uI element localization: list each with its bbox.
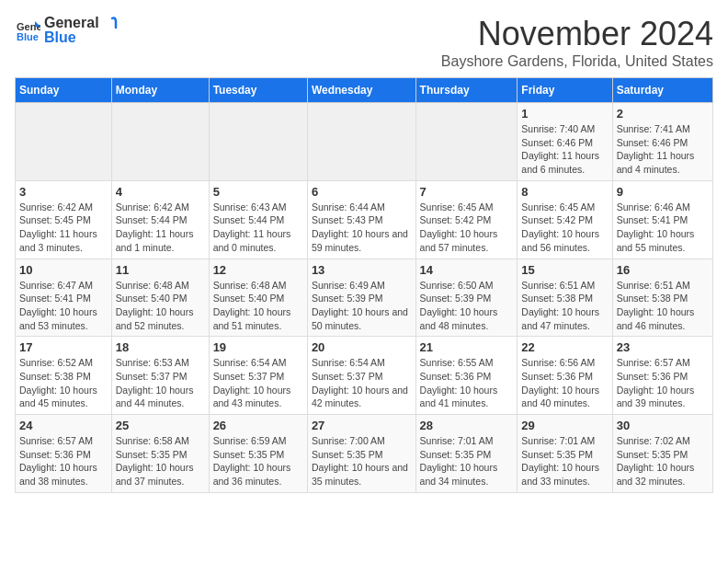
day-info: Sunrise: 6:58 AM Sunset: 5:35 PM Dayligh…: [116, 434, 205, 488]
day-number: 20: [312, 340, 412, 354]
day-number: 7: [420, 185, 514, 199]
day-number: 10: [19, 263, 108, 277]
weekday-header-row: SundayMondayTuesdayWednesdayThursdayFrid…: [16, 78, 713, 103]
calendar-cell: 17Sunrise: 6:52 AM Sunset: 5:38 PM Dayli…: [16, 337, 112, 415]
calendar-cell: 6Sunrise: 6:44 AM Sunset: 5:43 PM Daylig…: [307, 180, 415, 259]
day-info: Sunrise: 6:57 AM Sunset: 5:36 PM Dayligh…: [617, 356, 709, 410]
day-number: 4: [116, 185, 205, 199]
day-number: 5: [213, 185, 303, 199]
day-info: Sunrise: 6:51 AM Sunset: 5:38 PM Dayligh…: [521, 279, 608, 333]
calendar-cell: 21Sunrise: 6:55 AM Sunset: 5:36 PM Dayli…: [415, 337, 518, 415]
day-info: Sunrise: 7:01 AM Sunset: 5:35 PM Dayligh…: [521, 434, 608, 488]
calendar-cell: 29Sunrise: 7:01 AM Sunset: 5:35 PM Dayli…: [518, 415, 612, 493]
day-number: 27: [312, 419, 412, 432]
day-info: Sunrise: 6:51 AM Sunset: 5:38 PM Dayligh…: [617, 279, 709, 333]
calendar-cell: 15Sunrise: 6:51 AM Sunset: 5:38 PM Dayli…: [518, 259, 612, 337]
day-info: Sunrise: 6:48 AM Sunset: 5:40 PM Dayligh…: [116, 279, 205, 333]
day-info: Sunrise: 6:49 AM Sunset: 5:39 PM Dayligh…: [312, 279, 412, 333]
day-number: 8: [521, 185, 608, 199]
month-title: November 2024: [441, 15, 713, 53]
calendar-cell: 4Sunrise: 6:42 AM Sunset: 5:44 PM Daylig…: [111, 180, 209, 259]
day-number: 28: [420, 419, 514, 432]
weekday-header-wednesday: Wednesday: [307, 78, 415, 103]
calendar-week-row: 1Sunrise: 7:40 AM Sunset: 6:46 PM Daylig…: [16, 103, 713, 181]
calendar-cell: [307, 103, 415, 181]
calendar-cell: 25Sunrise: 6:58 AM Sunset: 5:35 PM Dayli…: [111, 415, 209, 493]
calendar-cell: 19Sunrise: 6:54 AM Sunset: 5:37 PM Dayli…: [209, 337, 307, 415]
calendar-cell: 8Sunrise: 6:45 AM Sunset: 5:42 PM Daylig…: [518, 180, 612, 259]
calendar-cell: 1Sunrise: 7:40 AM Sunset: 6:46 PM Daylig…: [518, 103, 612, 181]
calendar-cell: [209, 103, 307, 181]
calendar-cell: 20Sunrise: 6:54 AM Sunset: 5:37 PM Dayli…: [307, 337, 415, 415]
day-info: Sunrise: 6:47 AM Sunset: 5:41 PM Dayligh…: [19, 279, 108, 333]
day-info: Sunrise: 6:45 AM Sunset: 5:42 PM Dayligh…: [420, 201, 514, 255]
day-number: 11: [116, 263, 205, 277]
location-title: Bayshore Gardens, Florida, United States: [441, 53, 713, 70]
day-info: Sunrise: 6:54 AM Sunset: 5:37 PM Dayligh…: [213, 356, 303, 410]
calendar-cell: [415, 103, 518, 181]
day-info: Sunrise: 6:50 AM Sunset: 5:39 PM Dayligh…: [420, 279, 514, 333]
day-info: Sunrise: 6:54 AM Sunset: 5:37 PM Dayligh…: [312, 356, 412, 410]
day-number: 12: [213, 263, 303, 277]
day-info: Sunrise: 6:46 AM Sunset: 5:41 PM Dayligh…: [617, 201, 709, 255]
day-info: Sunrise: 7:00 AM Sunset: 5:35 PM Dayligh…: [312, 434, 412, 488]
calendar-cell: 28Sunrise: 7:01 AM Sunset: 5:35 PM Dayli…: [415, 415, 518, 493]
day-number: 29: [521, 419, 608, 432]
calendar-cell: 22Sunrise: 6:56 AM Sunset: 5:36 PM Dayli…: [518, 337, 612, 415]
title-area: November 2024 Bayshore Gardens, Florida,…: [441, 15, 713, 70]
calendar-cell: 3Sunrise: 6:42 AM Sunset: 5:45 PM Daylig…: [16, 180, 112, 259]
day-number: 1: [521, 107, 608, 121]
weekday-header-sunday: Sunday: [16, 78, 112, 103]
day-info: Sunrise: 6:53 AM Sunset: 5:37 PM Dayligh…: [116, 356, 205, 410]
day-number: 15: [521, 263, 608, 277]
calendar-cell: 16Sunrise: 6:51 AM Sunset: 5:38 PM Dayli…: [612, 259, 712, 337]
day-number: 26: [213, 419, 303, 432]
calendar-cell: 10Sunrise: 6:47 AM Sunset: 5:41 PM Dayli…: [16, 259, 112, 337]
day-info: Sunrise: 6:57 AM Sunset: 5:36 PM Dayligh…: [19, 434, 108, 488]
day-info: Sunrise: 6:42 AM Sunset: 5:44 PM Dayligh…: [116, 201, 205, 255]
day-info: Sunrise: 6:45 AM Sunset: 5:42 PM Dayligh…: [521, 201, 608, 255]
calendar-cell: 24Sunrise: 6:57 AM Sunset: 5:36 PM Dayli…: [16, 415, 112, 493]
day-number: 19: [213, 340, 303, 354]
day-number: 14: [420, 263, 514, 277]
calendar-cell: 30Sunrise: 7:02 AM Sunset: 5:35 PM Dayli…: [612, 415, 712, 493]
day-info: Sunrise: 7:02 AM Sunset: 5:35 PM Dayligh…: [617, 434, 709, 488]
day-number: 13: [312, 263, 412, 277]
logo: General Blue General Blue: [15, 15, 118, 46]
day-number: 18: [116, 340, 205, 354]
logo-wave-icon: [99, 15, 118, 33]
header: General Blue General Blue November 2024 …: [15, 15, 713, 70]
calendar-cell: 14Sunrise: 6:50 AM Sunset: 5:39 PM Dayli…: [415, 259, 518, 337]
day-number: 25: [116, 419, 205, 432]
calendar-week-row: 3Sunrise: 6:42 AM Sunset: 5:45 PM Daylig…: [16, 180, 713, 259]
calendar-cell: 5Sunrise: 6:43 AM Sunset: 5:44 PM Daylig…: [209, 180, 307, 259]
day-number: 16: [617, 263, 709, 277]
day-info: Sunrise: 6:43 AM Sunset: 5:44 PM Dayligh…: [213, 201, 303, 255]
day-info: Sunrise: 7:01 AM Sunset: 5:35 PM Dayligh…: [420, 434, 514, 488]
calendar-cell: 11Sunrise: 6:48 AM Sunset: 5:40 PM Dayli…: [111, 259, 209, 337]
day-number: 23: [617, 340, 709, 354]
day-info: Sunrise: 6:44 AM Sunset: 5:43 PM Dayligh…: [312, 201, 412, 255]
calendar-table: SundayMondayTuesdayWednesdayThursdayFrid…: [15, 77, 713, 493]
weekday-header-monday: Monday: [111, 78, 209, 103]
day-number: 9: [617, 185, 709, 199]
calendar-week-row: 24Sunrise: 6:57 AM Sunset: 5:36 PM Dayli…: [16, 415, 713, 493]
day-number: 21: [420, 340, 514, 354]
day-info: Sunrise: 6:52 AM Sunset: 5:38 PM Dayligh…: [19, 356, 108, 410]
weekday-header-thursday: Thursday: [415, 78, 518, 103]
calendar-header: SundayMondayTuesdayWednesdayThursdayFrid…: [16, 78, 713, 103]
calendar-cell: 23Sunrise: 6:57 AM Sunset: 5:36 PM Dayli…: [612, 337, 712, 415]
day-number: 6: [312, 185, 412, 199]
weekday-header-saturday: Saturday: [612, 78, 712, 103]
calendar-cell: [16, 103, 112, 181]
day-number: 17: [19, 340, 108, 354]
calendar-cell: [111, 103, 209, 181]
calendar-cell: 26Sunrise: 6:59 AM Sunset: 5:35 PM Dayli…: [209, 415, 307, 493]
weekday-header-tuesday: Tuesday: [209, 78, 307, 103]
calendar-body: 1Sunrise: 7:40 AM Sunset: 6:46 PM Daylig…: [16, 103, 713, 493]
calendar-cell: 18Sunrise: 6:53 AM Sunset: 5:37 PM Dayli…: [111, 337, 209, 415]
day-info: Sunrise: 6:55 AM Sunset: 5:36 PM Dayligh…: [420, 356, 514, 410]
day-number: 24: [19, 419, 108, 432]
day-info: Sunrise: 6:56 AM Sunset: 5:36 PM Dayligh…: [521, 356, 608, 410]
calendar-week-row: 10Sunrise: 6:47 AM Sunset: 5:41 PM Dayli…: [16, 259, 713, 337]
